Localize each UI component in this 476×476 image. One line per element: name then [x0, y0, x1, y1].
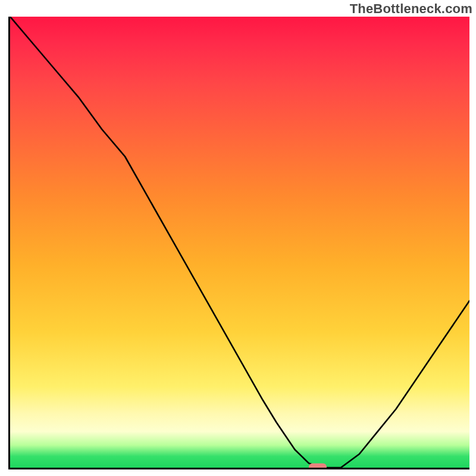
chart-container: TheBottleneck.com: [0, 0, 476, 476]
bottleneck-curve: [10, 17, 469, 468]
plot-area: [8, 17, 469, 469]
watermark-text: TheBottleneck.com: [350, 1, 472, 17]
optimum-marker: [309, 464, 327, 469]
